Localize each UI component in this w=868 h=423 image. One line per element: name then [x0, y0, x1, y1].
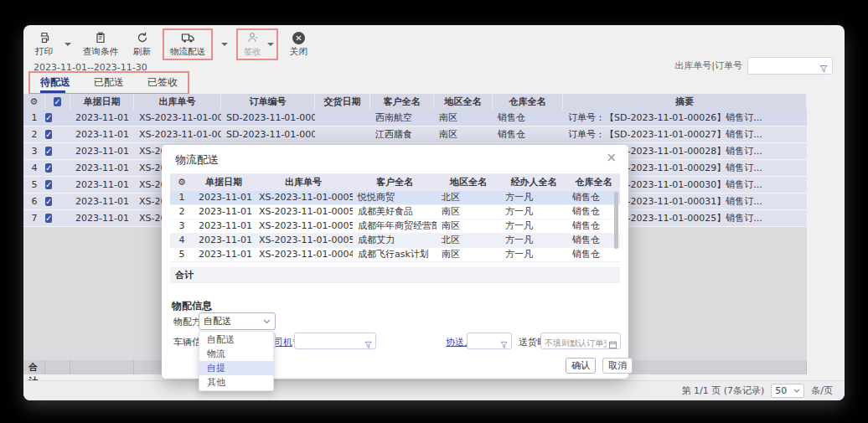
- row-checkbox[interactable]: ✓: [45, 147, 52, 156]
- option-self-pickup[interactable]: 自提: [199, 361, 273, 375]
- modal-table-row[interactable]: 2 2023-11-01 XS-2023-11-01-00052 成都美好食品 …: [170, 205, 620, 219]
- close-button[interactable]: ✕ 关闭: [287, 32, 311, 58]
- cell-doc-date: 2023-11-01: [70, 110, 134, 126]
- sign-dropdown-caret[interactable]: [267, 43, 274, 49]
- cell-doc-date: 2023-11-01: [70, 177, 134, 193]
- m-row-seq: 5: [170, 248, 194, 261]
- row-seq: 3: [23, 143, 45, 159]
- sign-highlight-box: 签收: [236, 28, 278, 60]
- mcol-agent[interactable]: 经办人全名: [500, 174, 567, 191]
- m-cell-outbound-no-link[interactable]: XS-2023-11-01-00053: [254, 191, 353, 204]
- driver-funnel-icon[interactable]: [364, 337, 373, 353]
- cell-outbound-no-link[interactable]: XS-2023-11-01-00047: [134, 110, 221, 126]
- page-size-select[interactable]: 50: [771, 384, 804, 398]
- option-logistics[interactable]: 物流: [199, 347, 273, 361]
- cancel-button[interactable]: 取消: [602, 358, 633, 374]
- cell-doc-date: 2023-11-01: [70, 160, 134, 176]
- m-cell-doc-date: 2023-11-01: [194, 234, 254, 247]
- query-conditions-button[interactable]: 查询条件: [80, 31, 121, 58]
- column-settings-gear-icon[interactable]: ⚙: [23, 94, 45, 110]
- order-filter-bar: 出库单号|订单号: [674, 57, 833, 75]
- modal-table-scrollbar[interactable]: [614, 192, 618, 249]
- print-dropdown-caret[interactable]: [65, 43, 71, 49]
- modal-table-body: 1 2023-11-01 XS-2023-11-01-00053 悦悦商贸 北区…: [170, 191, 620, 262]
- modal-header: 物流配送 ×: [162, 145, 628, 170]
- modal-table-row[interactable]: 3 2023-11-01 XS-2023-11-01-00051 成都年年商贸经…: [170, 219, 620, 234]
- driver-link[interactable]: 司机: [274, 337, 292, 348]
- col-outbound-no[interactable]: 出库单号: [134, 94, 221, 110]
- m-cell-warehouse: 销售仓: [567, 191, 620, 204]
- select-all-checkbox[interactable]: ✓: [54, 97, 60, 106]
- m-cell-customer: 悦悦商贸: [353, 191, 437, 204]
- chevron-down-icon: [793, 389, 800, 394]
- mcol-doc-date[interactable]: 单据日期: [194, 174, 254, 191]
- row-checkbox[interactable]: ✓: [45, 214, 52, 223]
- mcol-warehouse[interactable]: 仓库全名: [567, 174, 620, 191]
- modal-table-row[interactable]: 1 2023-11-01 XS-2023-11-01-00053 悦悦商贸 北区…: [170, 191, 620, 205]
- table-row[interactable]: 1 ✓ 2023-11-01 XS-2023-11-01-00047 SD-20…: [23, 110, 807, 126]
- col-region[interactable]: 地区全名: [434, 94, 493, 110]
- driver-input-box: [294, 333, 376, 349]
- refresh-button[interactable]: 刷新: [130, 31, 154, 58]
- col-delivery-date[interactable]: 交货日期: [315, 94, 370, 110]
- m-cell-outbound-no-link[interactable]: XS-2023-11-01-00050: [254, 234, 353, 247]
- toolbar: 打印 查询条件 刷新 物流配送 签收 ✕ 关闭: [32, 29, 311, 59]
- header-select-all[interactable]: ✓: [45, 94, 70, 110]
- m-row-seq: 1: [170, 191, 194, 204]
- m-cell-doc-date: 2023-11-01: [194, 205, 254, 219]
- cell-order-no-link[interactable]: SD-2023-11-01-00026: [221, 110, 315, 126]
- col-summary[interactable]: 摘要: [563, 94, 807, 110]
- m-cell-outbound-no-link[interactable]: XS-2023-11-01-00052: [254, 205, 353, 219]
- m-cell-region: 北区: [437, 191, 500, 204]
- row-checkbox[interactable]: ✓: [45, 197, 52, 206]
- row-checkbox-cell: ✓: [45, 210, 70, 226]
- cell-delivery-date: [315, 126, 370, 142]
- modal-total-row: 合计: [170, 268, 620, 282]
- col-doc-date[interactable]: 单据日期: [70, 94, 134, 110]
- delivery-dropdown-caret[interactable]: [221, 43, 228, 49]
- tab-pending-delivery[interactable]: 待配送: [40, 75, 70, 90]
- tab-signed[interactable]: 已签收: [147, 75, 178, 90]
- print-button[interactable]: 打印: [32, 31, 56, 58]
- row-checkbox[interactable]: ✓: [45, 113, 52, 122]
- modal-table-row[interactable]: 5 2023-11-01 XS-2023-11-01-00049 成都飞行ask…: [170, 248, 620, 262]
- modal-close-icon[interactable]: ×: [606, 150, 617, 165]
- row-checkbox[interactable]: ✓: [45, 163, 52, 173]
- cell-doc-date: 2023-11-01: [70, 193, 134, 209]
- confirm-button[interactable]: 确认: [566, 358, 596, 374]
- m-cell-agent: 方一凡: [500, 248, 567, 261]
- m-cell-outbound-no-link[interactable]: XS-2023-11-01-00051: [254, 219, 353, 233]
- delivery-method-select[interactable]: 自配送: [199, 312, 276, 330]
- col-customer[interactable]: 客户全名: [370, 94, 434, 110]
- modal-column-settings-gear-icon[interactable]: ⚙: [170, 174, 194, 191]
- cell-customer: 江西膳食: [370, 126, 434, 142]
- modal-total-label: 合计: [170, 268, 194, 282]
- cell-order-no-link[interactable]: SD-2023-11-01-00027: [221, 126, 315, 142]
- sign-receipt-button[interactable]: 签收: [240, 31, 265, 58]
- option-self-delivery[interactable]: 自配送: [199, 333, 273, 347]
- option-other[interactable]: 其他: [199, 375, 273, 389]
- row-checkbox-cell: ✓: [45, 126, 70, 142]
- screenshot-frame: 打印 查询条件 刷新 物流配送 签收 ✕ 关闭: [0, 0, 868, 423]
- row-checkbox[interactable]: ✓: [45, 130, 52, 139]
- col-order-no[interactable]: 订单编号: [221, 94, 315, 110]
- cell-doc-date: 2023-11-01: [70, 210, 134, 226]
- logistics-info-section-title: 物配信息: [172, 299, 212, 313]
- row-checkbox-cell: ✓: [45, 110, 70, 126]
- table-row[interactable]: 2 ✓ 2023-11-01 XS-2023-11-01-00048 SD-20…: [23, 126, 807, 143]
- cell-summary: 订单号：【SD-2023-11-01-00027】销售订...: [563, 126, 807, 142]
- escort-funnel-icon[interactable]: [499, 337, 509, 353]
- m-cell-warehouse: 销售仓: [567, 248, 620, 261]
- modal-table-row[interactable]: 4 2023-11-01 XS-2023-11-01-00050 成都艾力 北区…: [170, 234, 620, 248]
- tab-delivered[interactable]: 已配送: [94, 75, 124, 90]
- mcol-outbound-no[interactable]: 出库单号: [254, 174, 353, 191]
- row-checkbox[interactable]: ✓: [45, 180, 52, 189]
- col-warehouse[interactable]: 仓库全名: [493, 94, 563, 110]
- mcol-region[interactable]: 地区全名: [437, 174, 500, 191]
- filter-funnel-icon[interactable]: [819, 61, 829, 77]
- mcol-customer[interactable]: 客户全名: [353, 174, 437, 191]
- cell-outbound-no-link[interactable]: XS-2023-11-01-00048: [134, 126, 221, 142]
- m-cell-outbound-no-link[interactable]: XS-2023-11-01-00049: [254, 248, 353, 261]
- calendar-icon[interactable]: [608, 337, 617, 353]
- logistics-delivery-button[interactable]: 物流配送: [167, 31, 209, 58]
